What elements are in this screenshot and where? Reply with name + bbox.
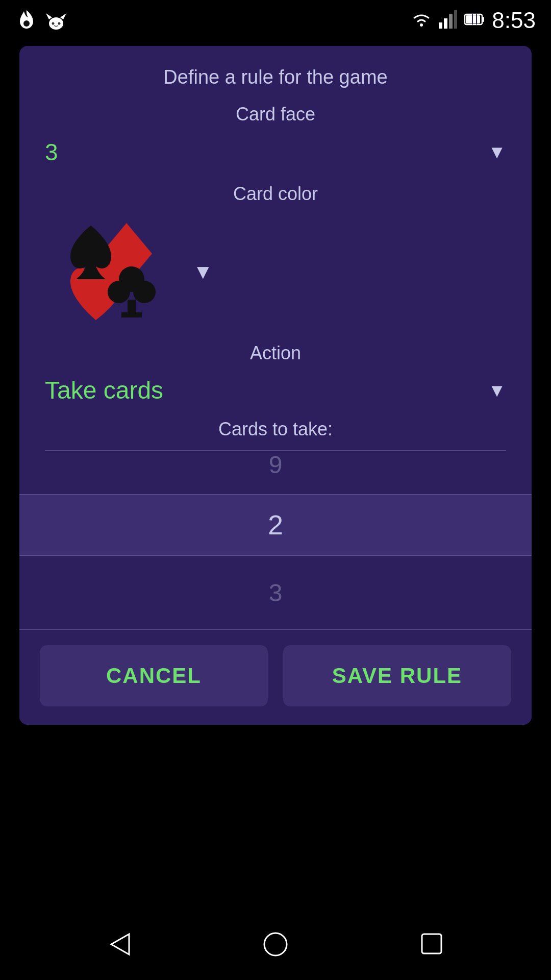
signal-icon xyxy=(439,10,457,31)
action-value: Take cards xyxy=(45,376,163,404)
cancel-button[interactable]: CANCEL xyxy=(40,645,268,706)
dialog-title: Define a rule for the game xyxy=(45,66,506,88)
card-suits-image xyxy=(45,213,178,330)
status-icons-right: 8:53 xyxy=(411,8,536,33)
svg-rect-8 xyxy=(444,18,447,29)
dialog: Define a rule for the game Card face 3 ▼… xyxy=(19,46,532,725)
svg-rect-7 xyxy=(439,22,442,29)
svg-point-6 xyxy=(420,23,423,27)
svg-marker-22 xyxy=(111,934,129,954)
flame-icon xyxy=(15,9,38,32)
svg-rect-9 xyxy=(449,14,453,29)
cat-icon xyxy=(45,9,67,32)
picker-selected[interactable]: 2 xyxy=(19,494,532,555)
card-face-arrow-icon: ▼ xyxy=(488,141,506,163)
status-bar-left xyxy=(15,9,402,32)
bottom-nav xyxy=(0,909,551,980)
card-color-dropdown[interactable]: ▼ xyxy=(45,213,506,330)
svg-point-18 xyxy=(108,281,130,303)
card-color-label: Card color xyxy=(45,183,506,205)
dialog-content: Define a rule for the game Card face 3 ▼… xyxy=(19,46,532,494)
picker-above: 9 xyxy=(45,450,506,479)
svg-marker-2 xyxy=(46,13,52,19)
svg-rect-24 xyxy=(422,934,441,953)
action-arrow-icon: ▼ xyxy=(488,380,506,401)
dialog-buttons: CANCEL SAVE RULE xyxy=(19,630,532,725)
status-bar: 8:53 xyxy=(0,0,551,41)
card-color-arrow-icon: ▼ xyxy=(193,260,213,283)
svg-rect-10 xyxy=(454,10,457,29)
svg-point-4 xyxy=(52,22,55,25)
card-face-label: Card face xyxy=(45,104,506,125)
back-button[interactable] xyxy=(98,924,139,965)
svg-point-19 xyxy=(133,281,156,303)
svg-rect-12 xyxy=(482,17,484,22)
battery-icon xyxy=(464,12,485,29)
wifi-icon xyxy=(411,11,432,30)
svg-point-5 xyxy=(58,22,61,25)
card-face-dropdown[interactable]: 3 ▼ xyxy=(45,133,506,171)
cards-to-take-label: Cards to take: xyxy=(45,419,506,440)
action-label: Action xyxy=(45,342,506,364)
svg-point-23 xyxy=(264,933,287,955)
save-rule-button[interactable]: SAVE RULE xyxy=(283,645,511,706)
picker-below: 3 xyxy=(19,555,532,630)
svg-point-0 xyxy=(23,20,30,27)
status-time: 8:53 xyxy=(492,8,536,33)
home-button[interactable] xyxy=(255,924,296,965)
card-face-value: 3 xyxy=(45,138,58,166)
action-dropdown[interactable]: Take cards ▼ xyxy=(45,372,506,408)
svg-marker-3 xyxy=(60,13,66,19)
svg-point-1 xyxy=(49,17,63,30)
recent-button[interactable] xyxy=(412,924,453,965)
svg-rect-21 xyxy=(121,312,142,317)
